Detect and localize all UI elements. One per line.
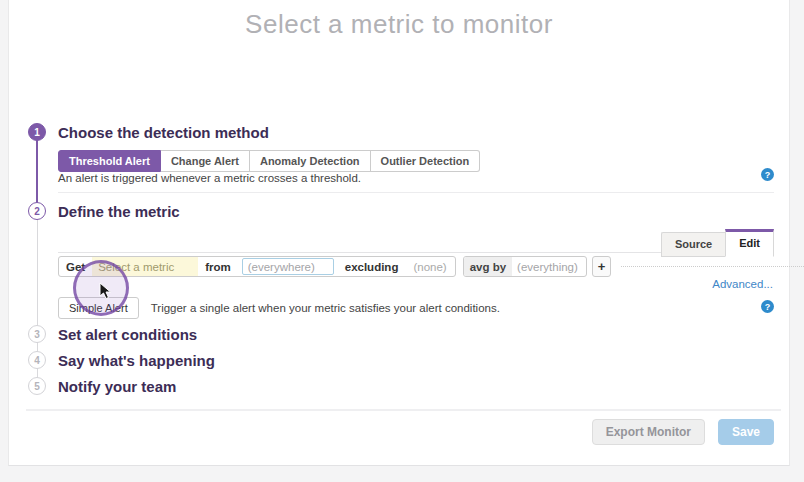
step-5-indicator: 5: [28, 377, 46, 395]
step-1-indicator: 1: [28, 123, 46, 141]
metric-query-row: Get from excluding (none) avg by + </>: [58, 256, 804, 277]
scope-input[interactable]: [242, 258, 334, 275]
tab-source[interactable]: Source: [661, 232, 725, 257]
tab-edit[interactable]: Edit: [725, 229, 774, 257]
export-monitor-button[interactable]: Export Monitor: [592, 419, 705, 445]
from-label: from: [198, 261, 238, 273]
excluding-label: excluding: [338, 261, 406, 273]
avg-by-input[interactable]: [512, 261, 586, 273]
footer-divider: [26, 409, 781, 411]
stepper-connector-active: [36, 137, 38, 207]
step-2-title: Define the metric: [58, 203, 180, 220]
tab-change-alert[interactable]: Change Alert: [161, 150, 250, 172]
tab-threshold-alert[interactable]: Threshold Alert: [58, 150, 161, 172]
tab-anomaly-detection[interactable]: Anomaly Detection: [250, 150, 371, 172]
step-2-indicator: 2: [28, 202, 46, 220]
step-3-title[interactable]: Set alert conditions: [58, 326, 197, 343]
monitor-editor-card: Select a metric to monitor 1 2 3 4 5 Cho…: [8, 0, 790, 466]
alert-type-description: Trigger a single alert when your metric …: [151, 302, 500, 314]
section-divider: [58, 192, 774, 193]
detection-method-tabs: Threshold Alert Change Alert Anomaly Det…: [58, 150, 480, 172]
help-icon-alert-type[interactable]: ?: [761, 300, 774, 313]
step-4-title[interactable]: Say what's happening: [58, 352, 215, 369]
excluding-value[interactable]: (none): [405, 261, 454, 273]
detection-description: An alert is triggered whenever a metric …: [58, 172, 361, 184]
step-1-title: Choose the detection method: [58, 124, 269, 141]
avg-by-group: avg by: [463, 256, 587, 277]
advanced-link[interactable]: Advanced...: [712, 278, 773, 290]
avg-by-label: avg by: [464, 257, 512, 276]
editor-view-tabs: Source Edit: [661, 229, 774, 257]
cursor-icon: [99, 282, 113, 300]
page-title: Select a metric to monitor: [9, 0, 789, 40]
help-icon-detection[interactable]: ?: [761, 168, 774, 181]
page-background: Select a metric to monitor 1 2 3 4 5 Cho…: [0, 0, 804, 466]
query-dotted-rule: [621, 266, 804, 277]
tab-outlier-detection[interactable]: Outlier Detection: [371, 150, 481, 172]
step-5-title[interactable]: Notify your team: [58, 378, 176, 395]
step-3-indicator: 3: [28, 325, 46, 343]
step-4-indicator: 4: [28, 351, 46, 369]
save-button[interactable]: Save: [718, 419, 774, 445]
add-query-button[interactable]: +: [592, 256, 611, 277]
